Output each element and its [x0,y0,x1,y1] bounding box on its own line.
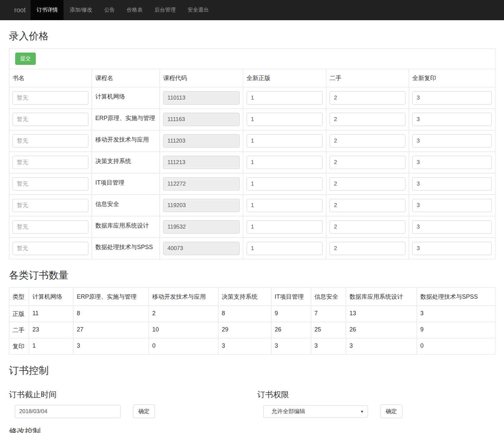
nav-item-1[interactable]: 添加/修改 [64,0,98,20]
quantity-value-cell: 7 [311,306,346,322]
course-name: IT项目管理 [92,173,160,195]
price-column-header: 全新复印 [409,69,495,87]
quantity-value-cell: 9 [271,306,311,322]
quantity-section-title: 各类订书数量 [9,269,495,282]
price-used-input[interactable] [330,134,405,148]
course-name: ERP原理、实施与管理 [92,109,160,130]
price-table-row: 决策支持系统 [9,152,495,173]
course-name: 信息安全 [92,195,160,216]
price-new-input[interactable] [247,199,323,212]
quantity-value-cell: 3 [417,306,495,322]
permission-select-wrap: 允许全部编辑 ▼ [263,405,368,418]
course-code-input [163,156,240,169]
price-column-header: 课程代码 [160,69,243,87]
navbar-brand[interactable]: root [9,0,30,20]
quantity-column-header: 数据库应用系统设计 [346,288,417,306]
price-copy-input[interactable] [412,156,492,169]
price-copy-input[interactable] [412,134,492,148]
quantity-value-cell: 26 [346,322,417,338]
price-used-input[interactable] [330,242,405,255]
price-table: 提交 书名课程名课程代码全新正版二手全新复印 计算机网络ERP原理、实施与管理移… [9,48,495,259]
navbar-menu: 订书详情添加/修改公告价格表后台管理安全退出 [30,0,214,20]
price-new-input[interactable] [247,91,323,105]
book-name-input[interactable] [13,113,88,126]
deadline-date-input[interactable] [15,405,120,418]
price-new-input[interactable] [247,113,323,126]
deadline-confirm-button[interactable]: 确定 [133,405,155,418]
price-copy-input[interactable] [412,91,492,105]
course-name: 决策支持系统 [92,152,160,173]
course-code-input [163,199,240,212]
quantity-table-row: 二手232710292625269 [9,322,495,338]
price-used-input[interactable] [330,220,405,234]
quantity-column-header: ERP原理、实施与管理 [73,288,149,306]
quantity-column-header: IT项目管理 [271,288,311,306]
book-name-input[interactable] [13,156,88,169]
submit-button[interactable]: 提交 [15,53,36,65]
quantity-row-type: 复印 [9,338,29,355]
quantity-table-row: 复印13033330 [9,338,495,355]
nav-item-5[interactable]: 安全退出 [182,0,215,20]
permission-confirm-button[interactable]: 确定 [381,405,402,418]
quantity-value-cell: 23 [29,322,73,338]
course-code-input [163,91,240,105]
quantity-value-cell: 3 [218,338,271,355]
quantity-value-cell: 8 [218,306,271,322]
quantity-value-cell: 2 [149,306,218,322]
price-used-input[interactable] [330,199,405,212]
price-column-header: 书名 [9,69,92,87]
quantity-column-header: 信息安全 [311,288,346,306]
quantity-column-header: 类型 [9,288,29,306]
price-copy-input[interactable] [412,113,492,126]
book-name-input[interactable] [13,199,88,212]
submit-row: 提交 [9,49,495,69]
price-copy-input[interactable] [412,199,492,212]
quantity-value-cell: 26 [271,322,311,338]
quantity-row-type: 正版 [9,306,29,322]
price-table-row: 数据处理技术与SPSS [9,238,495,259]
course-name: 数据库应用系统设计 [92,216,160,238]
quantity-value-cell: 27 [73,322,149,338]
quantity-value-cell: 0 [149,338,218,355]
main-content: 录入价格 提交 书名课程名课程代码全新正版二手全新复印 计算机网络ERP原理、实… [0,29,504,433]
price-table-row: 数据库应用系统设计 [9,216,495,238]
nav-item-4[interactable]: 后台管理 [149,0,182,20]
price-new-input[interactable] [247,134,323,148]
quantity-column-header: 计算机网络 [29,288,73,306]
price-copy-input[interactable] [412,220,492,234]
course-name: 移动开发技术与应用 [92,130,160,152]
price-copy-input[interactable] [412,177,492,191]
price-used-input[interactable] [330,91,405,105]
price-used-input[interactable] [330,156,405,169]
quantity-table: 类型计算机网络ERP原理、实施与管理移动开发技术与应用决策支持系统IT项目管理信… [9,287,495,355]
course-code-input [163,113,240,126]
nav-item-2[interactable]: 公告 [98,0,121,20]
price-new-input[interactable] [247,220,323,234]
book-name-input[interactable] [13,242,88,255]
quantity-table-header-row: 类型计算机网络ERP原理、实施与管理移动开发技术与应用决策支持系统IT项目管理信… [9,288,495,306]
quantity-value-cell: 3 [73,338,149,355]
course-name: 数据处理技术与SPSS [92,238,160,259]
quantity-column-header: 决策支持系统 [218,288,271,306]
course-name: 计算机网络 [92,87,160,109]
price-new-input[interactable] [247,177,323,191]
nav-item-3[interactable]: 价格表 [121,0,149,20]
price-used-input[interactable] [330,177,405,191]
price-new-input[interactable] [247,242,323,255]
course-code-input [163,134,240,148]
price-used-input[interactable] [330,113,405,126]
course-code-input [163,220,240,234]
price-column-header: 全新正版 [243,69,326,87]
price-table-row: 计算机网络 [9,87,495,109]
book-name-input[interactable] [13,177,88,191]
book-name-input[interactable] [13,220,88,234]
price-copy-input[interactable] [412,242,492,255]
quantity-value-cell: 1 [29,338,73,355]
nav-item-0[interactable]: 订书详情 [30,0,64,20]
course-code-input [163,242,240,255]
price-new-input[interactable] [247,156,323,169]
book-name-input[interactable] [13,134,88,148]
permission-select[interactable]: 允许全部编辑 [263,405,368,418]
book-name-input[interactable] [13,91,88,105]
quantity-value-cell: 0 [417,338,495,355]
